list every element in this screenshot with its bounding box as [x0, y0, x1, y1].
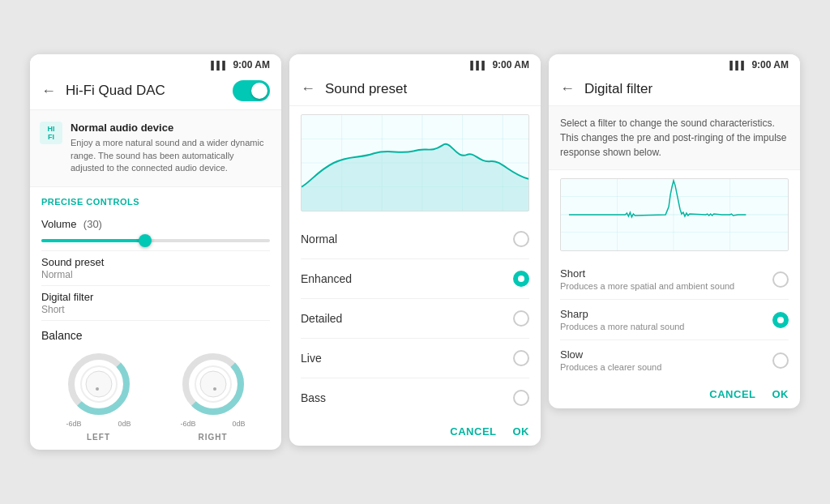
preset-normal-radio[interactable]	[513, 231, 529, 247]
svg-point-4	[96, 387, 99, 391]
left-dial-wrapper: -6dB 0dB LEFT	[66, 352, 131, 442]
device-icon: HIFI	[40, 122, 62, 144]
slider-thumb[interactable]	[139, 234, 152, 247]
digital-filter-value: Short	[41, 304, 270, 315]
preset-detailed-radio[interactable]	[513, 310, 529, 327]
time-1: 9:00 AM	[233, 59, 270, 70]
filter-description: Select a filter to change the sound char…	[549, 106, 800, 170]
preset-item-normal[interactable]: Normal	[301, 220, 529, 259]
right-min-label: -6dB	[181, 420, 196, 428]
sound-preset-label: Sound preset	[41, 256, 270, 268]
slider-fill	[41, 239, 144, 242]
filter-sharp-info: Sharp Produces a more natural sound	[560, 308, 684, 331]
back-button-2[interactable]: ←	[301, 80, 315, 97]
filter-slow-radio[interactable]	[772, 352, 789, 369]
volume-slider[interactable]	[30, 236, 281, 250]
screens-container: ▌▌▌ 9:00 AM ← Hi-Fi Quad DAC HIFI Normal…	[14, 38, 816, 465]
time-2: 9:00 AM	[492, 59, 529, 70]
device-info: HIFI Normal audio device Enjoy a more na…	[30, 110, 281, 186]
sound-preset-row[interactable]: Sound preset Normal	[30, 251, 281, 285]
preset-live-label: Live	[301, 352, 322, 365]
sound-preset-value: Normal	[41, 269, 270, 280]
left-max-label: 0dB	[118, 420, 130, 428]
back-button-3[interactable]: ←	[560, 80, 575, 97]
filter-sharp-radio[interactable]	[772, 312, 789, 328]
left-dial-labels: -6dB 0dB	[66, 420, 131, 428]
preset-normal-label: Normal	[301, 233, 337, 246]
digital-filter-row[interactable]: Digital filter Short	[30, 286, 281, 320]
screen1-title: Hi-Fi Quad DAC	[66, 83, 233, 99]
volume-value: (30)	[83, 218, 102, 230]
impulse-response-chart	[560, 178, 789, 251]
filter-short-radio[interactable]	[772, 271, 789, 288]
eq-chart	[301, 114, 529, 211]
right-dial[interactable]	[181, 352, 246, 416]
svg-point-9	[213, 387, 216, 391]
ok-button-2[interactable]: OK	[513, 425, 530, 438]
cancel-button-2[interactable]: CANCEL	[450, 425, 496, 438]
filter-short-desc: Produces a more spatial and ambient soun…	[560, 281, 734, 291]
device-desc: Enjoy a more natural sound and a wider d…	[71, 137, 270, 174]
preset-item-detailed[interactable]: Detailed	[301, 299, 529, 339]
left-dial[interactable]	[66, 352, 131, 416]
filter-slow-name: Slow	[560, 348, 661, 361]
device-name: Normal audio device	[71, 122, 270, 134]
svg-point-3	[86, 371, 112, 397]
filter-short-info: Short Produces a more spatial and ambien…	[560, 267, 734, 291]
precise-controls-label: PRECISE CONTROLS	[30, 187, 281, 211]
preset-item-enhanced[interactable]: Enhanced	[301, 259, 529, 299]
preset-item-live[interactable]: Live	[301, 339, 529, 378]
left-min-label: -6dB	[66, 420, 82, 428]
preset-item-bass[interactable]: Bass	[301, 378, 529, 417]
signal-icon-2: ▌▌▌	[470, 61, 487, 70]
cancel-button-3[interactable]: CANCEL	[709, 388, 755, 400]
screen2-header: ← Sound preset	[289, 74, 541, 106]
filter-list: Short Produces a more spatial and ambien…	[549, 259, 800, 380]
screen3-actions: CANCEL OK	[549, 380, 800, 408]
preset-list: Normal Enhanced Detailed Live Bass	[289, 220, 541, 417]
balance-label: Balance	[30, 321, 281, 347]
preset-bass-radio[interactable]	[513, 390, 529, 406]
preset-detailed-label: Detailed	[301, 312, 342, 325]
slider-track	[41, 239, 270, 242]
ok-button-3[interactable]: OK	[772, 388, 789, 400]
status-bar-3: ▌▌▌ 9:00 AM	[549, 54, 800, 74]
filter-sharp-desc: Produces a more natural sound	[560, 322, 684, 331]
filter-item-sharp[interactable]: Sharp Produces a more natural sound	[560, 300, 789, 340]
screen-sound-preset: ▌▌▌ 9:00 AM ← Sound preset	[289, 54, 541, 446]
right-dial-wrapper: -6dB 0dB RIGHT	[181, 352, 246, 442]
screen1-header: ← Hi-Fi Quad DAC	[30, 74, 281, 110]
signal-icon-1: ▌▌▌	[211, 61, 228, 70]
signal-icon-3: ▌▌▌	[729, 61, 747, 70]
right-max-label: 0dB	[232, 420, 245, 428]
screen2-title: Sound preset	[325, 81, 529, 97]
filter-item-slow[interactable]: Slow Produces a clearer sound	[560, 340, 789, 380]
filter-sharp-name: Sharp	[560, 308, 684, 320]
filter-short-name: Short	[560, 267, 734, 280]
filter-slow-info: Slow Produces a clearer sound	[560, 348, 661, 372]
preset-enhanced-label: Enhanced	[301, 272, 352, 285]
left-channel-label: LEFT	[87, 433, 110, 442]
status-bar-2: ▌▌▌ 9:00 AM	[289, 54, 541, 74]
preset-live-radio[interactable]	[513, 350, 529, 366]
preset-bass-label: Bass	[301, 391, 326, 404]
digital-filter-label: Digital filter	[41, 291, 270, 303]
screen2-actions: CANCEL OK	[289, 417, 541, 446]
filter-slow-desc: Produces a clearer sound	[560, 362, 661, 372]
eq-chart-container	[289, 106, 541, 220]
screen-digital-filter: ▌▌▌ 9:00 AM ← Digital filter Select a fi…	[549, 54, 800, 408]
volume-row: Volume (30)	[30, 211, 281, 236]
right-channel-label: RIGHT	[198, 433, 227, 442]
balance-dials: -6dB 0dB LEFT -6dB 0dB	[30, 347, 281, 450]
hifi-toggle[interactable]	[233, 80, 270, 101]
back-button-1[interactable]: ←	[41, 83, 56, 100]
volume-label: Volume	[41, 218, 76, 230]
right-dial-labels: -6dB 0dB	[181, 420, 246, 428]
preset-enhanced-radio[interactable]	[513, 271, 529, 287]
screen3-header: ← Digital filter	[549, 74, 800, 106]
screen3-title: Digital filter	[584, 81, 789, 97]
screen-hifi-dac: ▌▌▌ 9:00 AM ← Hi-Fi Quad DAC HIFI Normal…	[30, 54, 281, 449]
time-3: 9:00 AM	[751, 59, 789, 70]
filter-item-short[interactable]: Short Produces a more spatial and ambien…	[560, 259, 789, 300]
svg-point-8	[200, 371, 226, 397]
